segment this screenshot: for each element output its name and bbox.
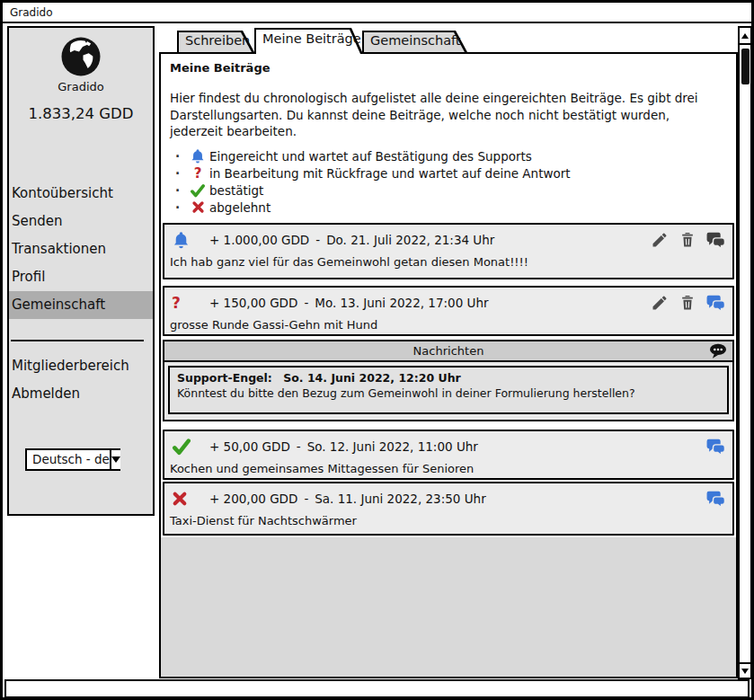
sidebar-nav: Kontoübersicht Senden Transaktionen Prof… [9, 180, 153, 319]
chat-icon[interactable] [706, 491, 725, 508]
question-icon: ? [186, 165, 209, 182]
legend-item-question: · ? in Bearbeitung mit Rückfrage und war… [175, 164, 571, 182]
chat-icon[interactable] [706, 232, 725, 249]
status-legend: · Eingereicht und wartet auf Bestätigung… [175, 147, 571, 216]
tab-meine-beitraege[interactable]: Meine Beiträge [254, 28, 363, 54]
entry-amount: + 150,00 GDD [209, 296, 297, 310]
tab-label: Gemeinschaft [362, 31, 467, 51]
sidebar-item-profil[interactable]: Profil [9, 263, 153, 291]
legend-text: Eingereicht und wartet auf Bestätigung d… [209, 149, 532, 164]
contribution-entry: + 50,00 GDD - So. 12. Juni 2022, 11:00 U… [163, 430, 734, 480]
sidebar: Gradido 1.833,24 GDD Kontoübersicht Send… [7, 26, 155, 516]
message-author: Support-Engel: [177, 371, 272, 385]
edit-icon[interactable] [651, 294, 669, 312]
triangle-up-icon [741, 33, 749, 39]
scrollbar[interactable] [738, 26, 752, 679]
entry-datetime: So. 12. Juni 2022, 11:00 Uhr [307, 439, 478, 454]
sidebar-item-gemeinschaft[interactable]: Gemeinschaft [9, 291, 153, 319]
chat-icon[interactable] [706, 295, 725, 312]
entry-datetime: Mo. 13. Juni 2022, 17:00 Uhr [315, 296, 488, 310]
legend-item-pending: · Eingereicht und wartet auf Bestätigung… [175, 147, 571, 164]
contribution-entry: ? + 150,00 GDD - Mo. 13. Juni 2022, 17:0… [163, 286, 734, 336]
balance-amount: 1.833,24 GDD [9, 105, 153, 122]
scrollbar-thumb[interactable] [741, 49, 750, 84]
chat-icon[interactable] [706, 439, 725, 456]
legend-text: in Bearbeitung mit Rückfrage und wartet … [209, 166, 571, 181]
tab-gemeinschaft[interactable]: Gemeinschaft [362, 31, 467, 52]
legend-text: abgelehnt [209, 200, 271, 215]
contribution-list: + 1.000,00 GDD - Do. 21. Juli 2022, 21:3… [163, 223, 734, 536]
scrollbar-up-button[interactable] [740, 28, 750, 45]
bell-icon [172, 231, 193, 250]
language-select-value: Deutsch - de [27, 450, 110, 469]
bell-icon [186, 148, 209, 164]
cross-icon [186, 200, 209, 214]
messages-header: Nachrichten [164, 341, 732, 362]
entry-datetime: Sa. 11. Juni 2022, 23:50 Uhr [315, 492, 485, 506]
language-select[interactable]: Deutsch - de [25, 448, 120, 471]
sidebar-secondary-nav: Mitgliederbereich Abmelden [9, 352, 153, 408]
triangle-down-icon [741, 669, 749, 674]
legend-text: bestätigt [209, 183, 263, 198]
sidebar-item-senden[interactable]: Senden [9, 208, 153, 235]
app-window: Gradido Gradido 1.833,24 GDD Kontoübersi… [0, 0, 754, 700]
edit-icon[interactable] [651, 231, 669, 249]
main-panel: Meine Beiträge Hier findest du chronolog… [159, 52, 738, 678]
entry-datetime: Do. 21. Juli 2022, 21:34 Uhr [326, 233, 494, 247]
empty-area [161, 537, 736, 677]
legend-item-confirmed: · bestätigt [175, 182, 571, 199]
question-icon: ? [172, 295, 193, 311]
entry-amount: + 200,00 GDD [209, 492, 297, 506]
bottom-status-bar [4, 679, 750, 698]
check-icon [186, 183, 209, 198]
legend-item-rejected: · abgelehnt [175, 199, 571, 216]
entry-amount: + 1.000,00 GDD [209, 233, 309, 247]
chat-ellipsis-icon[interactable] [709, 343, 727, 362]
messages-section: Nachrichten Support-Engel: So. 14. Juni … [163, 340, 734, 421]
support-message: Support-Engel: So. 14. Juni 2022, 12:20 … [168, 366, 729, 414]
window-titlebar: Gradido [3, 3, 751, 23]
language-select-button[interactable] [110, 450, 120, 469]
entry-amount: + 50,00 GDD [209, 439, 290, 454]
entry-description: grosse Runde Gassi-Gehn mit Hund [164, 313, 732, 332]
entry-description: Taxi-Dienst für Nachtschwärmer [164, 509, 732, 527]
tab-label: Meine Beiträge [254, 28, 363, 50]
contribution-entry: + 200,00 GDD - Sa. 11. Juni 2022, 23:50 … [163, 482, 734, 536]
messages-header-title: Nachrichten [413, 344, 484, 358]
sidebar-item-transaktionen[interactable]: Transaktionen [9, 235, 153, 263]
tab-schreiben[interactable]: Schreiben [177, 31, 254, 52]
sidebar-item-kontouebersicht[interactable]: Kontoübersicht [9, 180, 153, 208]
sidebar-item-abmelden[interactable]: Abmelden [9, 380, 153, 408]
window-title: Gradido [10, 6, 53, 19]
entry-description: Ich hab ganz viel für das Gemeinwohl get… [164, 250, 732, 269]
tab-label: Schreiben [177, 31, 254, 51]
message-timestamp: So. 14. Juni 2022, 12:20 Uhr [283, 371, 461, 385]
globe-logo-icon [9, 35, 153, 78]
scrollbar-down-button[interactable] [740, 662, 750, 678]
contribution-entry: + 1.000,00 GDD - Do. 21. Juli 2022, 21:3… [163, 223, 734, 279]
chevron-down-icon [111, 456, 120, 463]
entry-description: Kochen und gemeinsames Mittagessen für S… [164, 456, 732, 475]
check-icon [172, 438, 193, 456]
page-title: Meine Beiträge [170, 61, 271, 75]
cross-icon [172, 491, 193, 507]
sidebar-item-mitgliederbereich[interactable]: Mitgliederbereich [9, 352, 153, 380]
sidebar-divider [11, 340, 144, 341]
intro-text: Hier findest du chronologisch aufgeliste… [170, 90, 722, 140]
message-text: Könntest du bitte den Bezug zum Gemeinwo… [177, 386, 720, 400]
logo-label: Gradido [9, 80, 153, 93]
delete-icon[interactable] [679, 294, 696, 312]
delete-icon[interactable] [679, 231, 696, 249]
